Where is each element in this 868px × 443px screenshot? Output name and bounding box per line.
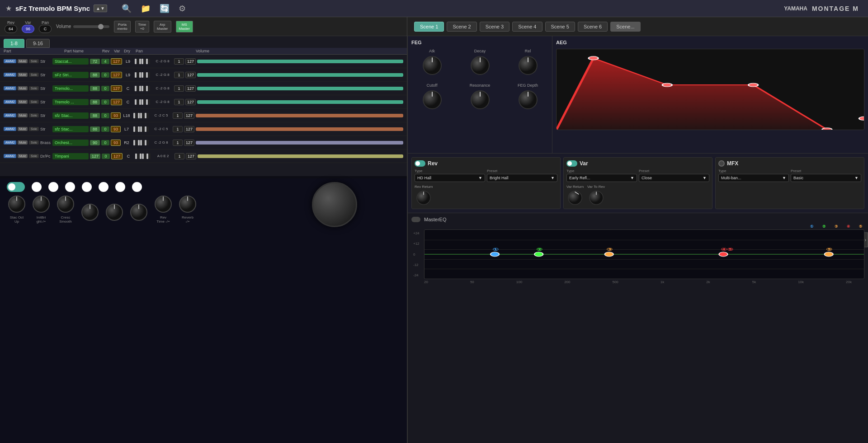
solo-button[interactable]: Solo bbox=[29, 73, 39, 77]
part-name[interactable]: Timpani bbox=[52, 153, 89, 159]
freq-100: 100 bbox=[516, 280, 522, 284]
solo-button[interactable]: Solo bbox=[29, 100, 39, 104]
var-toggle[interactable] bbox=[566, 160, 577, 167]
scene-5-button[interactable]: Scene 5 bbox=[545, 22, 575, 32]
vol-bar bbox=[197, 73, 403, 77]
var-return-knob[interactable] bbox=[567, 190, 583, 206]
db-24: +24 bbox=[413, 231, 422, 235]
scene-6-button[interactable]: Scene 6 bbox=[578, 22, 608, 32]
rev-toggle[interactable] bbox=[415, 160, 425, 167]
portamento-button[interactable]: Portamento bbox=[114, 21, 130, 33]
part-name[interactable]: Tremolo... bbox=[52, 85, 89, 92]
pan-value[interactable]: C bbox=[39, 25, 52, 33]
settings-icon[interactable]: ⚙ bbox=[179, 4, 186, 14]
toggle-7[interactable] bbox=[132, 182, 142, 192]
mute-button[interactable]: Mute bbox=[18, 154, 28, 158]
table-row[interactable]: AWM2 Mute Solo Str Staccat... 72 4 127 L… bbox=[0, 55, 407, 68]
ms-master-button[interactable]: MSMaster bbox=[176, 21, 193, 33]
table-row[interactable]: AWM2 Mute Solo Str sfz Stac... 88 0 93 L… bbox=[0, 109, 407, 122]
eq-graph[interactable]: ① ② ③ ④⑤ ⑤ bbox=[424, 229, 864, 279]
feg-atk-label: Atk bbox=[429, 49, 435, 53]
part-name[interactable]: sFz Stri... bbox=[52, 72, 89, 78]
mfx-toggle[interactable] bbox=[718, 160, 725, 167]
toggle-3[interactable] bbox=[65, 182, 75, 192]
big-knob[interactable] bbox=[312, 182, 357, 227]
table-row[interactable]: AWM2 Mute Solo Str sFz Stri... 88 0 127 … bbox=[0, 68, 407, 82]
rev-value[interactable]: 64 bbox=[5, 25, 17, 33]
mute-button[interactable]: Mute bbox=[18, 127, 28, 131]
table-row[interactable]: AWM2 Mute Solo Str sfz Stac... 88 0 93 L… bbox=[0, 122, 407, 136]
var-name: Var bbox=[580, 160, 588, 167]
scene-3-button[interactable]: Scene 3 bbox=[480, 22, 509, 32]
solo-button[interactable]: Solo bbox=[29, 86, 39, 90]
part-name[interactable]: sfz Stac... bbox=[52, 112, 89, 119]
search-icon[interactable]: 🔍 bbox=[122, 4, 132, 14]
scene-1-button[interactable]: Scene 1 bbox=[414, 22, 444, 32]
rev-type-dropdown[interactable]: HD Hall ▼ bbox=[415, 174, 485, 182]
table-row[interactable]: AWM2 Mute Solo Str Tremolo ... 88 0 127 … bbox=[0, 95, 407, 109]
feg-decay-knob[interactable] bbox=[469, 55, 491, 76]
volume-thumb[interactable] bbox=[98, 24, 104, 29]
rev-block: Rev Type HD Hall ▼ Preset Bright Hall ▼ bbox=[411, 157, 561, 209]
mute-button[interactable]: Mute bbox=[18, 100, 28, 104]
part-name[interactable]: Tremolo ... bbox=[52, 99, 89, 105]
toggle-5[interactable] bbox=[99, 182, 108, 192]
solo-button[interactable]: Solo bbox=[29, 154, 39, 158]
toggle-6[interactable] bbox=[115, 182, 125, 192]
mute-button[interactable]: Mute bbox=[18, 113, 28, 117]
solo-button[interactable]: Solo bbox=[29, 113, 39, 117]
tab-9-16[interactable]: 9-16 bbox=[26, 39, 50, 48]
var-to-rev-knob[interactable] bbox=[588, 190, 604, 206]
col-rev: Rev bbox=[102, 49, 112, 53]
toggle-4[interactable] bbox=[82, 182, 92, 192]
rev-return-knob[interactable] bbox=[415, 190, 432, 206]
toggle-0[interactable] bbox=[7, 182, 25, 192]
part-name[interactable]: Staccat... bbox=[52, 58, 89, 65]
eq-db-labels: +24 +12 0 -12 -24 bbox=[411, 229, 424, 279]
folder-icon[interactable]: 📁 bbox=[141, 4, 151, 14]
feg-resonance-knob[interactable] bbox=[469, 89, 491, 111]
mute-button[interactable]: Mute bbox=[18, 59, 28, 63]
scene-4-button[interactable]: Scene 4 bbox=[512, 22, 542, 32]
mfx-preset-dropdown[interactable]: Basic ▼ bbox=[791, 174, 861, 182]
arp-master-button[interactable]: ArpMaster bbox=[154, 21, 171, 33]
scene-2-button[interactable]: Scene 2 bbox=[447, 22, 476, 32]
table-row[interactable]: AWM2 Mute Solo Str Tremolo... 88 0 127 C… bbox=[0, 82, 407, 95]
scene-store-button[interactable]: Scene... bbox=[610, 22, 640, 32]
feg-rel-knob[interactable] bbox=[517, 55, 539, 76]
mute-button[interactable]: Mute bbox=[18, 73, 28, 77]
toggle-1[interactable] bbox=[32, 182, 42, 192]
var-preset-dropdown[interactable]: Close ▼ bbox=[639, 174, 709, 182]
table-row[interactable]: AWM2 Mute Solo Dr/Pc Timpani 127 0 127 C… bbox=[0, 149, 407, 163]
freq-2k: 2k bbox=[706, 280, 710, 284]
volume-slider[interactable] bbox=[73, 25, 109, 28]
var-value[interactable]: 96 bbox=[22, 25, 34, 33]
toggle-2[interactable] bbox=[48, 182, 58, 192]
dry-val: 93 bbox=[111, 140, 121, 146]
eq-toggle[interactable] bbox=[411, 217, 420, 222]
feg-depth-knob[interactable] bbox=[517, 89, 539, 111]
knob-row: Stac OctUp InitBright-/+ CrescSmooth bbox=[0, 178, 407, 237]
rev-name: Rev bbox=[428, 160, 438, 167]
refresh-icon[interactable]: 🔄 bbox=[160, 4, 170, 14]
mfx-type-dropdown[interactable]: Multi-ban... ▼ bbox=[718, 174, 789, 182]
star-icon[interactable]: ★ bbox=[5, 4, 12, 13]
solo-button[interactable]: Solo bbox=[29, 127, 39, 131]
knob-cresc-label: CrescSmooth bbox=[59, 215, 72, 224]
time-button[interactable]: Time+0 bbox=[135, 21, 149, 33]
arrows-button[interactable]: ▲▼ bbox=[94, 5, 107, 12]
var-return-row: Var Return Var To Rev bbox=[566, 185, 709, 206]
var-type-dropdown[interactable]: Early Refl... ▼ bbox=[566, 174, 637, 182]
part-name[interactable]: sfz Stac... bbox=[52, 126, 89, 132]
part-name[interactable]: Orchest... bbox=[52, 140, 89, 146]
rev-preset-dropdown[interactable]: Bright Hall ▼ bbox=[487, 174, 557, 182]
solo-button[interactable]: Solo bbox=[29, 59, 39, 63]
mute-button[interactable]: Mute bbox=[18, 140, 28, 145]
tab-1-8[interactable]: 1-8 bbox=[4, 39, 24, 48]
table-row[interactable]: AWM2 Mute Solo Brass Orchest... 90 0 93 … bbox=[0, 136, 407, 149]
mute-button[interactable]: Mute bbox=[18, 86, 28, 90]
solo-button[interactable]: Solo bbox=[29, 140, 39, 145]
mfx-preset-val: Basic bbox=[793, 176, 803, 180]
feg-cutoff-knob[interactable] bbox=[421, 89, 443, 111]
feg-atk-knob[interactable] bbox=[421, 55, 443, 76]
